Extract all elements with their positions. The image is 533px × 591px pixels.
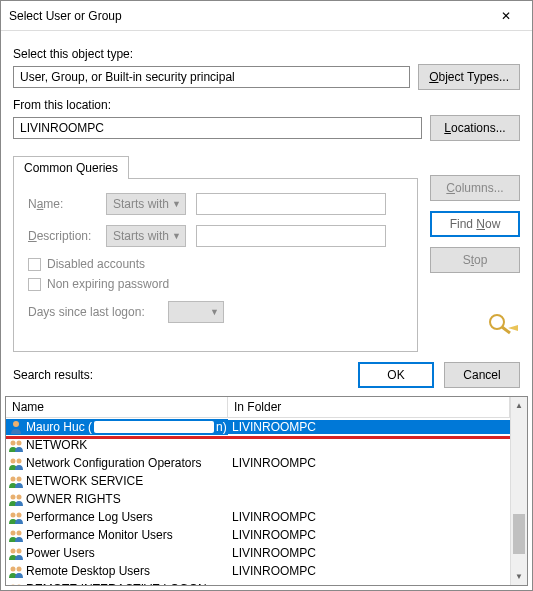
cell-name: Remote Desktop Users: [6, 563, 228, 579]
search-icon: [484, 311, 520, 337]
scroll-track[interactable]: [511, 414, 527, 568]
locations-button[interactable]: Locations...: [430, 115, 520, 141]
svg-point-20: [17, 585, 22, 586]
query-tabhost: Common Queries Name: Starts with▼ Descri…: [13, 155, 418, 352]
dialog-title: Select User or Group: [9, 9, 488, 23]
table-row[interactable]: REMOTE INTERACTIVE LOGON: [6, 580, 510, 585]
svg-point-4: [17, 441, 22, 446]
group-icon: [8, 563, 24, 579]
scroll-thumb[interactable]: [513, 514, 525, 554]
svg-point-2: [13, 421, 19, 427]
svg-point-17: [11, 567, 16, 572]
svg-point-9: [11, 495, 16, 500]
chevron-down-icon: ▼: [210, 307, 219, 317]
column-headers: Name In Folder: [6, 397, 510, 418]
chevron-down-icon: ▼: [172, 231, 181, 241]
vertical-scrollbar[interactable]: ▲ ▼: [510, 397, 527, 585]
results-listview[interactable]: Name In Folder Mauro Huc (n)LIVINROOMPCN…: [5, 396, 528, 586]
column-header-folder[interactable]: In Folder: [228, 397, 510, 417]
cell-folder: LIVINROOMPC: [228, 420, 510, 434]
cell-folder: LIVINROOMPC: [228, 564, 510, 578]
svg-point-14: [17, 531, 22, 536]
group-icon: [8, 473, 24, 489]
column-header-name[interactable]: Name: [6, 397, 228, 417]
svg-point-16: [17, 549, 22, 554]
object-types-button[interactable]: Object Types...: [418, 64, 520, 90]
description-label: Description:: [28, 229, 96, 243]
days-since-combo[interactable]: ▼: [168, 301, 224, 323]
svg-point-12: [17, 513, 22, 518]
search-results-label: Search results:: [13, 368, 348, 382]
common-queries-pane: Name: Starts with▼ Description: Starts w…: [13, 178, 418, 352]
table-row[interactable]: Performance Log UsersLIVINROOMPC: [6, 508, 510, 526]
table-row[interactable]: Network Configuration OperatorsLIVINROOM…: [6, 454, 510, 472]
cell-folder: LIVINROOMPC: [228, 528, 510, 542]
close-button[interactable]: ✕: [488, 2, 524, 30]
group-icon: [8, 509, 24, 525]
table-row[interactable]: Power UsersLIVINROOMPC: [6, 544, 510, 562]
group-icon: [8, 455, 24, 471]
description-input[interactable]: [196, 225, 386, 247]
svg-point-8: [17, 477, 22, 482]
group-icon: [8, 437, 24, 453]
cell-name: Mauro Huc (n): [6, 419, 228, 435]
close-icon: ✕: [501, 9, 511, 23]
name-mode-combo[interactable]: Starts with▼: [106, 193, 186, 215]
from-location-label: From this location:: [13, 98, 520, 112]
table-row[interactable]: NETWORK: [6, 436, 510, 454]
group-icon: [8, 545, 24, 561]
cell-name: OWNER RIGHTS: [6, 491, 228, 507]
side-buttons: Columns... Find Now Stop: [430, 155, 520, 352]
name-input[interactable]: [196, 193, 386, 215]
cell-name: NETWORK: [6, 437, 228, 453]
cell-folder: LIVINROOMPC: [228, 456, 510, 470]
group-icon: [8, 491, 24, 507]
svg-point-10: [17, 495, 22, 500]
location-input[interactable]: LIVINROOMPC: [13, 117, 422, 139]
object-type-label: Select this object type:: [13, 47, 520, 61]
redacted-text: [94, 421, 214, 433]
svg-point-0: [490, 315, 504, 329]
scroll-down-icon[interactable]: ▼: [511, 568, 527, 585]
svg-point-11: [11, 513, 16, 518]
results-rows: Mauro Huc (n)LIVINROOMPCNETWORKNetwork C…: [6, 418, 510, 585]
titlebar: Select User or Group ✕: [1, 1, 532, 31]
chevron-down-icon: ▼: [172, 199, 181, 209]
object-type-input[interactable]: User, Group, or Built-in security princi…: [13, 66, 410, 88]
cell-name: Performance Log Users: [6, 509, 228, 525]
cell-name: Performance Monitor Users: [6, 527, 228, 543]
description-mode-combo[interactable]: Starts with▼: [106, 225, 186, 247]
scroll-up-icon[interactable]: ▲: [511, 397, 527, 414]
name-label: Name:: [28, 197, 96, 211]
cell-name: Network Configuration Operators: [6, 455, 228, 471]
svg-point-5: [11, 459, 16, 464]
checkbox-icon: [28, 258, 41, 271]
svg-point-3: [11, 441, 16, 446]
cell-name: REMOTE INTERACTIVE LOGON: [6, 581, 228, 585]
group-icon: [8, 581, 24, 585]
user-icon: [8, 419, 24, 435]
svg-point-19: [11, 585, 16, 586]
non-expiring-checkbox[interactable]: Non expiring password: [28, 277, 403, 291]
svg-point-15: [11, 549, 16, 554]
cell-name: NETWORK SERVICE: [6, 473, 228, 489]
ok-button[interactable]: OK: [358, 362, 434, 388]
tab-common-queries[interactable]: Common Queries: [13, 156, 129, 179]
table-row[interactable]: Mauro Huc (n)LIVINROOMPC: [6, 418, 510, 436]
stop-button[interactable]: Stop: [430, 247, 520, 273]
cancel-button[interactable]: Cancel: [444, 362, 520, 388]
table-row[interactable]: OWNER RIGHTS: [6, 490, 510, 508]
table-row[interactable]: Remote Desktop UsersLIVINROOMPC: [6, 562, 510, 580]
dialog-window: Select User or Group ✕ Select this objec…: [0, 0, 533, 591]
days-since-label: Days since last logon:: [28, 305, 158, 319]
table-row[interactable]: Performance Monitor UsersLIVINROOMPC: [6, 526, 510, 544]
disabled-accounts-checkbox[interactable]: Disabled accounts: [28, 257, 403, 271]
find-now-button[interactable]: Find Now: [430, 211, 520, 237]
svg-point-18: [17, 567, 22, 572]
columns-button[interactable]: Columns...: [430, 175, 520, 201]
cell-name: Power Users: [6, 545, 228, 561]
svg-point-6: [17, 459, 22, 464]
table-row[interactable]: NETWORK SERVICE: [6, 472, 510, 490]
cell-folder: LIVINROOMPC: [228, 510, 510, 524]
svg-point-7: [11, 477, 16, 482]
